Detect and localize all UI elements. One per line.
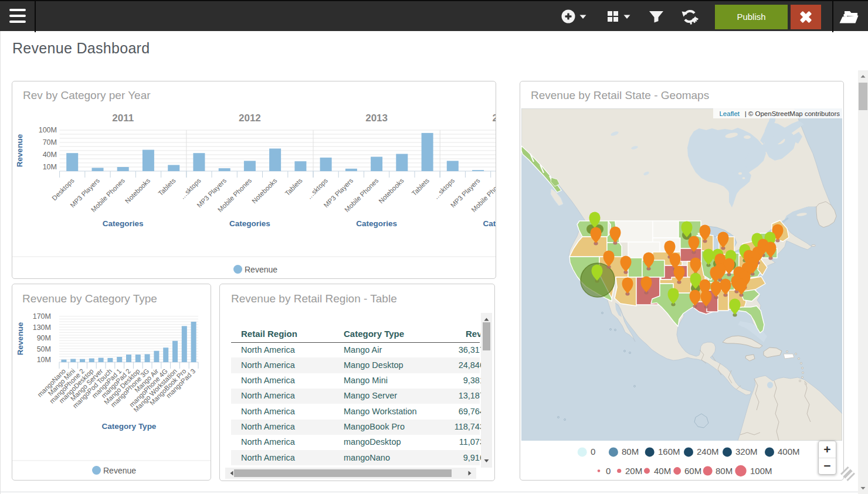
svg-text:Notebooks: Notebooks — [250, 177, 279, 205]
svg-text:2011: 2011 — [112, 113, 134, 124]
svg-text:…sktops: …sktops — [306, 177, 329, 200]
svg-text:2012: 2012 — [239, 113, 261, 124]
svg-text:10M: 10M — [37, 356, 51, 364]
svg-text:240M: 240M — [697, 447, 719, 456]
svg-text:320M: 320M — [735, 447, 758, 456]
svg-text:Categories: Categories — [356, 219, 397, 228]
svg-text:100M: 100M — [750, 466, 772, 476]
svg-text:40M: 40M — [654, 466, 671, 476]
svg-text:0: 0 — [606, 466, 611, 476]
svg-text:Category Type: Category Type — [102, 422, 157, 431]
svg-text:Leaflet: Leaflet — [719, 110, 740, 117]
svg-text:…sktops: …sktops — [179, 177, 202, 200]
svg-text:100M: 100M — [39, 126, 57, 134]
svg-text:2014: 2014 — [492, 113, 496, 124]
svg-text:Desktops: Desktops — [50, 177, 76, 202]
svg-text:Revenue: Revenue — [15, 134, 24, 167]
svg-text:70M: 70M — [43, 138, 57, 147]
svg-text:130M: 130M — [33, 323, 51, 332]
svg-text:60M: 60M — [684, 466, 701, 476]
svg-text:80M: 80M — [716, 466, 733, 476]
svg-text:0: 0 — [591, 447, 595, 456]
svg-text:Revenue: Revenue — [16, 322, 25, 355]
svg-text:Tablets: Tablets — [284, 177, 304, 197]
svg-text:10M: 10M — [43, 163, 57, 171]
svg-text:Tablets: Tablets — [411, 177, 430, 197]
svg-text:Tablets: Tablets — [157, 177, 177, 197]
svg-text:2013: 2013 — [365, 113, 388, 124]
svg-text:40M: 40M — [43, 151, 57, 159]
svg-text:Notebooks: Notebooks — [124, 177, 152, 205]
svg-text:80M: 80M — [622, 447, 639, 456]
svg-text:Categories: Categories — [229, 219, 270, 228]
svg-text:20M: 20M — [625, 466, 642, 476]
svg-text:Categories: Categories — [483, 219, 496, 228]
svg-text:Revenue: Revenue — [103, 466, 136, 475]
svg-text:90M: 90M — [37, 334, 51, 342]
svg-text:| © OpenStreetMap contributors: | © OpenStreetMap contributors — [745, 110, 840, 117]
svg-text:Categories: Categories — [103, 219, 144, 228]
svg-text:Revenue: Revenue — [245, 265, 277, 274]
svg-text:170M: 170M — [33, 312, 51, 321]
svg-text:400M: 400M — [778, 447, 800, 456]
svg-text:…sktops: …sktops — [432, 177, 456, 200]
svg-text:50M: 50M — [37, 345, 51, 353]
svg-text:160M: 160M — [658, 447, 680, 456]
svg-text:Notebooks: Notebooks — [377, 177, 405, 205]
